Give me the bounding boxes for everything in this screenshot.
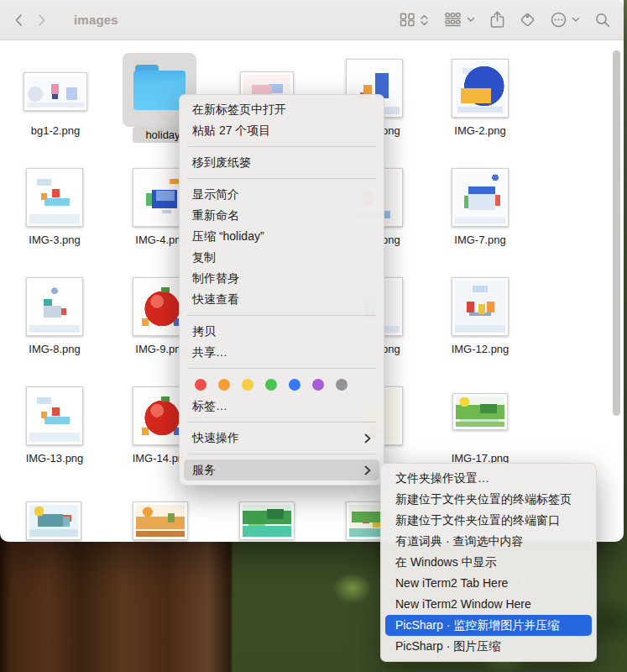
chevron-right-icon <box>364 465 371 475</box>
tag-gray[interactable] <box>336 379 347 391</box>
menu-item-quick-look[interactable]: 快速查看 <box>180 289 384 310</box>
menu-item-quick-actions[interactable]: 快速操作 <box>180 428 384 449</box>
menu-separator <box>187 454 376 454</box>
menu-item-paste[interactable]: 粘贴 27 个项目 <box>180 120 384 141</box>
file-name: IMG-12.png <box>440 343 520 355</box>
more-actions-button[interactable] <box>551 12 580 28</box>
file-thumbnail[interactable] <box>26 386 83 445</box>
desktop-wallpaper: images <box>0 0 627 672</box>
search-button[interactable] <box>595 13 610 28</box>
submenu-item-new-terminal-window[interactable]: 新建位于文件夹位置的终端窗口 <box>381 510 596 531</box>
file-name-fragment: ong <box>382 234 400 246</box>
menu-item-label: 快速操作 <box>192 428 239 449</box>
file-thumbnail[interactable] <box>26 277 83 336</box>
submenu-item-iterm2-window[interactable]: New iTerm2 Window Here <box>381 594 596 615</box>
menu-item-duplicate[interactable]: 复制 <box>180 247 384 268</box>
share-icon <box>490 11 504 29</box>
chevron-right-icon <box>38 13 46 27</box>
menu-separator <box>187 315 376 316</box>
chevron-left-icon <box>14 13 23 27</box>
tag-green[interactable] <box>265 379 277 391</box>
window-title: images <box>74 13 118 27</box>
tag-icon <box>520 12 536 28</box>
menu-item-tags[interactable]: 标签… <box>180 396 384 417</box>
menu-item-services[interactable]: 服务 <box>184 459 379 480</box>
submenu-item-folder-actions-setup[interactable]: 文件夹操作设置… <box>381 468 596 489</box>
file-name: bg1-2.png <box>15 124 96 137</box>
tags-button[interactable] <box>520 12 536 28</box>
tag-blue[interactable] <box>289 379 300 391</box>
file-name-fragment: ong <box>382 124 400 137</box>
file-thumbnail[interactable] <box>452 393 508 430</box>
submenu-item-youdao-lookup[interactable]: 有道词典 · 查询选中内容 <box>381 531 596 552</box>
tag-yellow[interactable] <box>242 379 253 391</box>
submenu-item-picsharp-compress[interactable]: PicSharp · 图片压缩 <box>381 636 596 657</box>
menu-item-rename[interactable]: 重新命名 <box>180 205 384 226</box>
search-icon <box>595 13 610 28</box>
services-submenu: 文件夹操作设置… 新建位于文件夹位置的终端标签页 新建位于文件夹位置的终端窗口 … <box>380 463 597 662</box>
menu-separator <box>187 422 376 423</box>
file-name: IMG-3.png <box>14 234 95 246</box>
file-name: IMG-13.png <box>14 452 95 465</box>
file-name: IMG-8.png <box>14 343 95 355</box>
context-menu: 在新标签页中打开 粘贴 27 个项目 移到废纸篓 显示简介 重新命名 压缩 “h… <box>179 94 384 486</box>
submenu-item-new-terminal-tab[interactable]: 新建位于文件夹位置的终端标签页 <box>381 489 596 510</box>
menu-item-share[interactable]: 共享… <box>180 342 384 363</box>
tag-purple[interactable] <box>312 379 324 391</box>
group-view-icon <box>444 13 462 27</box>
back-button[interactable] <box>7 8 30 32</box>
chevron-down-icon <box>572 17 580 23</box>
share-button[interactable] <box>490 11 504 29</box>
menu-item-label: 服务 <box>192 459 216 480</box>
scrollbar[interactable] <box>613 50 620 416</box>
chevron-down-icon <box>467 17 475 23</box>
file-thumbnail[interactable] <box>24 72 87 111</box>
tag-color-row <box>180 374 384 396</box>
menu-item-copy[interactable]: 拷贝 <box>180 321 384 342</box>
file-name: IMG-2.png <box>440 124 520 137</box>
menu-separator <box>187 146 376 147</box>
menu-separator <box>187 368 376 369</box>
tag-orange[interactable] <box>218 379 230 391</box>
menu-item-open-in-new-tab[interactable]: 在新标签页中打开 <box>180 99 384 120</box>
view-toggle-button[interactable] <box>400 13 429 27</box>
submenu-item-show-in-windows[interactable]: 在 Windows 中显示 <box>381 552 596 573</box>
menu-item-compress[interactable]: 压缩 “holiday” <box>180 226 384 247</box>
menu-separator <box>187 178 376 179</box>
file-thumbnail[interactable] <box>452 59 509 118</box>
tag-red[interactable] <box>195 379 206 391</box>
submenu-item-picsharp-watch-compress[interactable]: PicSharp · 监控新增图片并压缩 <box>385 615 592 636</box>
file-thumbnail[interactable] <box>133 501 188 540</box>
sort-chevrons-icon <box>420 13 429 27</box>
forward-button[interactable] <box>30 8 54 32</box>
grid-view-icon <box>400 13 415 27</box>
menu-item-make-alias[interactable]: 制作替身 <box>180 268 384 289</box>
file-name-fragment: ong <box>382 343 400 355</box>
chevron-right-icon <box>364 433 371 444</box>
folder-icon <box>133 65 185 112</box>
menu-item-move-to-trash[interactable]: 移到废纸篓 <box>180 152 384 173</box>
file-thumbnail[interactable] <box>239 501 295 540</box>
file-name: IMG-7.png <box>440 234 520 246</box>
file-thumbnail[interactable] <box>26 168 83 227</box>
file-thumbnail[interactable] <box>26 501 81 540</box>
file-thumbnail[interactable] <box>452 168 509 227</box>
ellipsis-circle-icon <box>551 12 567 28</box>
submenu-item-iterm2-tab[interactable]: New iTerm2 Tab Here <box>381 573 596 594</box>
finder-toolbar: images <box>0 0 624 40</box>
file-thumbnail[interactable] <box>452 277 509 336</box>
menu-item-get-info[interactable]: 显示简介 <box>180 184 384 205</box>
group-by-button[interactable] <box>444 13 475 27</box>
